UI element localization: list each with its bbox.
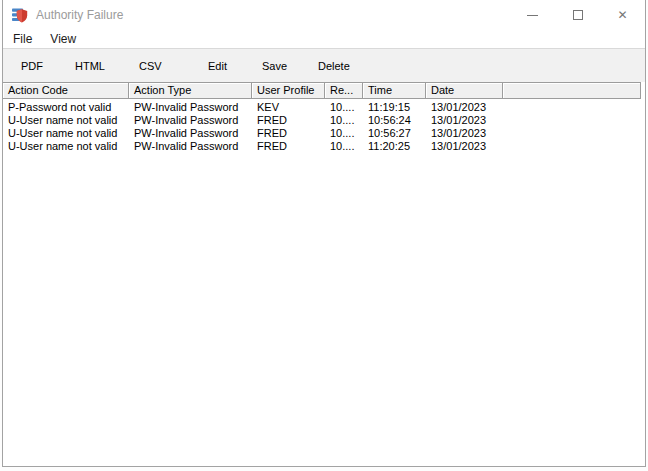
table-cell: FRED xyxy=(252,127,325,140)
column-header-action-code[interactable]: Action Code xyxy=(3,82,129,99)
app-logo-icon xyxy=(12,7,28,23)
table-cell: PW-Invalid Password xyxy=(129,140,252,153)
column-header-date[interactable]: Date xyxy=(426,82,503,99)
table-cell: 11:20:25 xyxy=(363,140,426,153)
table-cell: PW-Invalid Password xyxy=(129,101,252,114)
column-header-action-type[interactable]: Action Type xyxy=(129,82,252,99)
menu-view[interactable]: View xyxy=(41,30,85,48)
toolbar-pdf-button[interactable]: PDF xyxy=(21,60,43,72)
table-cell: 10:56:27 xyxy=(363,127,426,140)
list-rows: P-Password not valid PW-Invalid Password… xyxy=(3,99,645,153)
toolbar-save-button[interactable]: Save xyxy=(262,60,287,72)
column-header-blank xyxy=(503,82,641,99)
table-cell: 13/01/2023 xyxy=(426,101,503,114)
menu-file[interactable]: File xyxy=(3,30,41,48)
menubar: File View xyxy=(3,30,645,48)
table-cell: U-User name not valid xyxy=(3,114,129,127)
table-cell: KEV xyxy=(252,101,325,114)
toolbar-csv-button[interactable]: CSV xyxy=(139,60,162,72)
table-cell: 10.... xyxy=(325,140,363,153)
app-window: Authority Failure ✕ File View PDF HTML C… xyxy=(2,0,646,467)
table-row[interactable]: P-Password not valid PW-Invalid Password… xyxy=(3,101,645,114)
table-cell: P-Password not valid xyxy=(3,101,129,114)
toolbar-delete-button[interactable]: Delete xyxy=(318,60,350,72)
table-cell: 13/01/2023 xyxy=(426,140,503,153)
close-button[interactable]: ✕ xyxy=(600,0,645,30)
table-row[interactable]: U-User name not valid PW-Invalid Passwor… xyxy=(3,127,645,140)
failure-list: Action Code Action Type User Profile Re.… xyxy=(3,82,645,466)
table-cell: U-User name not valid xyxy=(3,140,129,153)
table-cell: U-User name not valid xyxy=(3,127,129,140)
close-icon: ✕ xyxy=(617,9,627,21)
column-header-user-profile[interactable]: User Profile xyxy=(252,82,325,99)
toolbar: PDF HTML CSV Edit Save Delete xyxy=(3,48,645,82)
minimize-icon xyxy=(527,15,538,16)
column-header-re[interactable]: Re... xyxy=(325,82,363,99)
maximize-button[interactable] xyxy=(555,0,600,30)
column-header-time[interactable]: Time xyxy=(363,82,426,99)
table-cell: 10.... xyxy=(325,127,363,140)
list-header: Action Code Action Type User Profile Re.… xyxy=(3,82,645,99)
window-controls: ✕ xyxy=(510,0,645,30)
toolbar-html-button[interactable]: HTML xyxy=(75,60,105,72)
table-cell: FRED xyxy=(252,114,325,127)
toolbar-edit-button[interactable]: Edit xyxy=(208,60,227,72)
table-cell: PW-Invalid Password xyxy=(129,127,252,140)
table-cell: 10.... xyxy=(325,114,363,127)
maximize-icon xyxy=(573,10,583,20)
table-cell: 10:56:24 xyxy=(363,114,426,127)
table-cell: 11:19:15 xyxy=(363,101,426,114)
table-cell: PW-Invalid Password xyxy=(129,114,252,127)
table-cell: 13/01/2023 xyxy=(426,127,503,140)
table-row[interactable]: U-User name not valid PW-Invalid Passwor… xyxy=(3,114,645,127)
minimize-button[interactable] xyxy=(510,0,555,30)
table-row[interactable]: U-User name not valid PW-Invalid Passwor… xyxy=(3,140,645,153)
table-cell: FRED xyxy=(252,140,325,153)
table-cell: 13/01/2023 xyxy=(426,114,503,127)
window-title: Authority Failure xyxy=(36,8,123,22)
titlebar: Authority Failure ✕ xyxy=(3,0,645,30)
table-cell: 10.... xyxy=(325,101,363,114)
